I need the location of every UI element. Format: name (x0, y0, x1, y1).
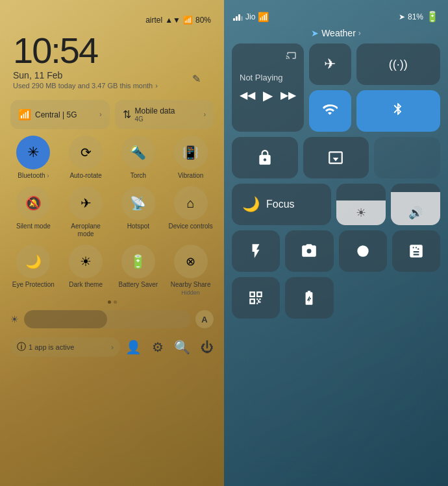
icon-grid-1: ✳ Bluetooth › ⟳ Auto-rotate 🔦 Torch 📳 Vi… (10, 136, 214, 297)
location-weather-icon: ➤ (311, 28, 319, 38)
wifi-toggle-icon: 📶 (18, 108, 31, 121)
search-icon[interactable]: 🔍 (174, 339, 190, 355)
camera-btn[interactable] (285, 230, 333, 272)
record-btn[interactable] (339, 230, 387, 272)
status-bar-left: airtel ▲▼ 📶 80% (10, 10, 214, 27)
prev-btn[interactable]: ◀◀ (240, 89, 255, 101)
play-btn[interactable]: ▶ (263, 88, 273, 103)
bluetooth-right-icon (391, 102, 405, 120)
utility-row2 (232, 277, 440, 319)
dark-theme-label: Dark theme (69, 281, 103, 289)
edit-icon[interactable]: ✎ (192, 73, 201, 85)
focus-btn[interactable]: 🌙 Focus (232, 184, 331, 225)
settings-icon[interactable]: ⚙ (152, 339, 164, 355)
nearby-share-label: Nearby ShareHidden (171, 281, 211, 297)
cellular-btn[interactable]: ((·)) (356, 43, 440, 85)
icon-item-nearby-share[interactable]: ⊗ Nearby ShareHidden (168, 245, 214, 297)
icon-item-battery-saver[interactable]: 🔋 Battery Saver (116, 245, 162, 297)
battery-symbol-right: 🔋 (426, 10, 439, 23)
left-panel: airtel ▲▼ 📶 80% 10:54 Sun, 11 Feb Used 2… (0, 0, 224, 486)
utility-row1 (232, 230, 440, 272)
auto-rotate-circle: ⟳ (69, 136, 103, 169)
vibration-circle: 📳 (174, 136, 208, 169)
icon-item-eye-protection[interactable]: 🌙 Eye Protection (10, 245, 56, 297)
auto-brightness-btn[interactable]: A (195, 310, 214, 328)
aeroplane-circle: ✈ (69, 186, 103, 220)
icon-item-torch[interactable]: 🔦 Torch (116, 136, 162, 180)
wifi-icon-left: 📶 (183, 16, 193, 25)
focus-section: 🌙 Focus ☀ 🔊 (232, 184, 440, 225)
volume-vertical-slider[interactable]: 🔊 (391, 184, 440, 225)
dot-1 (108, 300, 111, 304)
quick-toggles: 📶 Central | 5G › ⇅ Mobile data 4G › (10, 100, 214, 129)
next-btn[interactable]: ▶▶ (280, 89, 296, 101)
wifi-toggle-label: Central | 5G (35, 110, 77, 119)
mobile-data-label: Mobile data (135, 106, 175, 115)
silent-label: Silent mode (16, 223, 51, 230)
torch-label: Torch (131, 172, 146, 180)
dark-theme-circle: ☀ (69, 245, 103, 278)
app-active-text: 1 app is active (29, 343, 108, 351)
icon-item-silent[interactable]: 🔕 Silent mode (10, 186, 56, 238)
airplane-icon: ✈ (324, 56, 336, 73)
vibration-label: Vibration (178, 172, 203, 180)
battery-util-btn[interactable] (285, 277, 333, 319)
brightness-slider[interactable] (24, 310, 190, 328)
calculator-btn[interactable] (392, 230, 440, 272)
focus-moon-icon: 🌙 (242, 196, 260, 213)
icon-item-hotspot[interactable]: 📡 Hotspot (116, 186, 162, 238)
music-card[interactable]: Not Playing ◀◀ ▶ ▶▶ (232, 43, 304, 132)
user-icon[interactable]: 👤 (125, 339, 142, 355)
icon-item-device-controls[interactable]: ⌂ Device controls (168, 186, 214, 238)
mirror-btn[interactable] (303, 137, 369, 178)
weather-bar[interactable]: ➤ Weather › (232, 28, 440, 38)
not-playing-text: Not Playing (240, 73, 296, 82)
icon-item-aeroplane[interactable]: ✈ Aeroplane mode (63, 186, 109, 238)
weather-label: Weather (321, 28, 356, 38)
signal-bars-right (233, 13, 243, 21)
status-bar-right: Jio 📶 ➤ 81% 🔋 (232, 6, 440, 27)
qr-btn[interactable] (232, 277, 280, 319)
top-controls-section: ✈ ((·)) Not Playing ◀◀ ▶ (232, 43, 440, 132)
icon-item-auto-rotate[interactable]: ⟳ Auto-rotate (63, 136, 109, 180)
brightness-fill (24, 310, 107, 328)
volume-vertical-icon: 🔊 (408, 206, 423, 220)
right-panel: Jio 📶 ➤ 81% 🔋 ➤ Weather › ✈ (224, 0, 448, 486)
info-icon: ⓘ (17, 341, 26, 353)
airplane-btn[interactable]: ✈ (309, 43, 351, 85)
hotspot-circle: 📡 (121, 186, 155, 220)
page-dots (10, 300, 214, 304)
icon-item-dark-theme[interactable]: ☀ Dark theme (63, 245, 109, 297)
torch-circle: 🔦 (121, 136, 155, 169)
brightness-icon-left: ☀ (10, 314, 19, 324)
wifi-toggle[interactable]: 📶 Central | 5G › (10, 100, 110, 129)
focus-label: Focus (266, 199, 295, 210)
screen-lock-btn[interactable] (232, 137, 298, 178)
wifi-icon-right: 📶 (258, 12, 269, 22)
row3-section (232, 137, 440, 178)
battery-saver-circle: 🔋 (121, 245, 155, 278)
carrier-left: airtel (145, 16, 162, 25)
flashlight-btn[interactable] (232, 230, 280, 272)
cellular-icon: ((·)) (389, 58, 408, 71)
icon-item-bluetooth[interactable]: ✳ Bluetooth › (10, 136, 56, 180)
power-icon[interactable]: ⏻ (201, 340, 214, 355)
brightness-vertical-slider[interactable]: ☀ (336, 184, 386, 225)
battery-saver-label: Battery Saver (119, 281, 158, 289)
auto-rotate-label: Auto-rotate (69, 172, 101, 180)
device-controls-circle: ⌂ (174, 186, 208, 220)
status-left: Jio 📶 (233, 12, 269, 22)
icon-item-vibration[interactable]: 📳 Vibration (168, 136, 214, 180)
app-active-pill[interactable]: ⓘ 1 app is active › (10, 337, 120, 357)
device-controls-label: Device controls (168, 223, 212, 230)
svg-point-0 (357, 245, 368, 256)
silent-circle: 🔕 (16, 186, 50, 220)
mobile-data-toggle[interactable]: ⇅ Mobile data 4G › (115, 100, 214, 129)
carrier-right: Jio (245, 12, 255, 21)
wifi-right-btn[interactable] (309, 90, 351, 132)
location-icon: ➤ (399, 12, 405, 21)
eye-protection-label: Eye Protection (12, 281, 55, 289)
bluetooth-right-btn[interactable] (356, 90, 440, 132)
battery-right: 81% (408, 12, 423, 21)
music-controls: ◀◀ ▶ ▶▶ (240, 88, 296, 103)
